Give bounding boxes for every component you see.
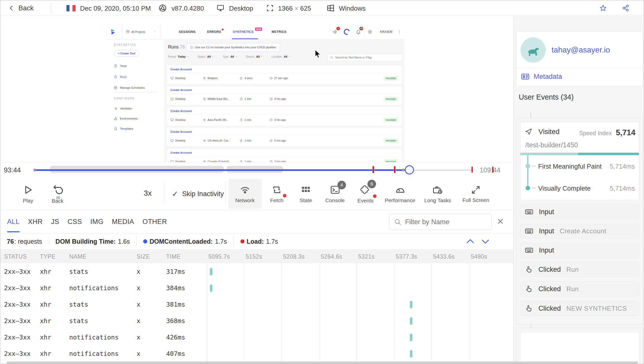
full-screen-button[interactable]: Full Screen — [457, 180, 495, 208]
browser-chrome-icon — [159, 4, 167, 12]
tab-xhr[interactable]: XHR — [28, 211, 43, 232]
tab-sessions[interactable]: SESSIONS — [179, 25, 195, 39]
run-card[interactable]: Create Account Desktop Middle East (Ba..… — [167, 86, 402, 105]
col-time[interactable]: TIME — [166, 253, 181, 260]
tab-media[interactable]: MEDIA — [112, 211, 134, 232]
speed-index-bar — [520, 153, 639, 155]
replayed-app-frame: All Projects SESSIONS ERRORS SYNTHETICSN… — [106, 24, 404, 162]
tab-img[interactable]: IMG — [90, 211, 104, 232]
run-card[interactable]: Create Account Desktop Asia Pacific (M..… — [167, 107, 402, 126]
tab-css[interactable]: CSS — [68, 211, 82, 232]
state-panel-button[interactable]: State — [293, 180, 318, 208]
network-panel-button[interactable]: Network — [228, 179, 262, 209]
share-icon[interactable] — [622, 4, 630, 12]
filter-status[interactable]: StatusAll — [197, 55, 214, 58]
replayed-app-header: All Projects SESSIONS ERRORS SYNTHETICSN… — [106, 24, 404, 39]
run-name-link[interactable]: Create Account — [167, 86, 402, 92]
request-row[interactable]: 2xx–3xxxhrnotificationsx384ms — [0, 280, 513, 296]
jump-up-icon[interactable] — [465, 236, 476, 247]
user-menu[interactable]: KRAIEM — [376, 24, 397, 39]
tab-metrics[interactable]: METRICS — [272, 25, 286, 39]
tab-other[interactable]: OTHER — [142, 211, 167, 232]
back-10s-button[interactable]: 10 Back — [48, 180, 67, 208]
playhead-handle[interactable] — [405, 165, 414, 174]
run-name-link[interactable]: Create Account — [167, 65, 402, 71]
speed-toggle[interactable]: 3x — [144, 189, 152, 197]
network-table-header: STATUS TYPE NAME SIZE TIME 5095.7s 5152s… — [0, 249, 513, 263]
create-test-button[interactable]: + Create Test — [114, 50, 139, 57]
run-card[interactable]: Create Account Desktop Belgium 4 secs 27… — [167, 65, 402, 84]
pointer-hand-icon — [525, 285, 533, 293]
col-size[interactable]: SIZE — [137, 253, 150, 260]
notifications-button[interactable]: 33 — [353, 24, 364, 39]
performance-panel-button[interactable]: Performance — [381, 180, 419, 208]
settings-button[interactable] — [364, 24, 376, 39]
tab-synthetics[interactable]: SYNTHETICSNEW — [233, 25, 254, 39]
player-timeline[interactable]: 93:44 109:44 — [0, 162, 513, 178]
console-panel-button[interactable]: Console 4 — [320, 180, 350, 208]
filter-device[interactable]: DeviceAll — [246, 55, 263, 58]
runs-search-input[interactable] — [335, 56, 398, 59]
runs-search[interactable] — [327, 54, 403, 61]
kebab-menu[interactable]: ⋮ — [397, 30, 404, 34]
jump-down-icon[interactable] — [480, 236, 491, 247]
run-card[interactable]: Create Account Desktop Canada (Central) … — [167, 149, 402, 162]
tab-all[interactable]: ALL — [7, 211, 20, 232]
search-icon — [394, 218, 402, 226]
tab-errors[interactable]: ERRORS — [207, 25, 221, 39]
event-input[interactable]: InputCreate Account — [520, 224, 639, 238]
fetch-panel-button[interactable]: Fetch — [264, 180, 289, 208]
sidebar-item-tests[interactable]: Tests — [114, 64, 127, 68]
cli-link[interactable]: CLI — [206, 46, 210, 49]
sidebar-item-manage-schedules[interactable]: Manage Schedules — [114, 86, 145, 89]
project-selector[interactable]: All Projects — [122, 24, 161, 39]
request-row[interactable]: 2xx–3xxxhrnotificationsx426ms — [0, 329, 513, 346]
run-name-link[interactable]: Create Account — [167, 107, 402, 112]
filter-input[interactable] — [405, 218, 481, 226]
filter-box[interactable] — [389, 214, 492, 230]
tab-js[interactable]: JS — [51, 211, 59, 232]
request-row[interactable]: 2xx–3xxxhrstatsx317ms — [0, 263, 513, 280]
announcements-button[interactable]: 1 — [329, 24, 341, 39]
play-button[interactable]: Play — [19, 180, 37, 208]
metadata-button[interactable]: Metadata — [521, 72, 562, 81]
favorite-star-icon[interactable] — [599, 4, 607, 12]
event-clicked[interactable]: ClickedNEW SYNTHETICS — [520, 301, 639, 316]
filter-type[interactable]: TypeAll — [223, 55, 237, 58]
request-row[interactable]: 2xx–3xxxhrnotificationsx407ms — [0, 346, 513, 362]
col-t3: 5264.6s — [321, 253, 342, 260]
event-input[interactable]: Input — [520, 243, 639, 258]
app-nav-tabs: SESSIONS ERRORS SYNTHETICSNEW METRICS — [179, 25, 286, 39]
run-name-link[interactable]: Create Account — [167, 149, 402, 154]
event-clicked[interactable]: ClickedRun — [520, 282, 639, 296]
request-row[interactable]: 2xx–3xxxhrstatsx368ms — [0, 313, 513, 329]
visited-event-card[interactable]: Visited Speed Index 5,714 /test-builder/… — [520, 122, 639, 200]
request-row[interactable]: 2xx–3xxxhrstatsx381ms — [0, 296, 513, 313]
sidebar-item-environments[interactable]: Environments — [114, 117, 138, 120]
event-clicked[interactable]: ClickedRun — [520, 262, 639, 277]
run-status-badge: PASSED — [384, 138, 398, 143]
events-panel-button[interactable]: Events 6 — [351, 180, 380, 208]
col-status[interactable]: STATUS — [4, 253, 27, 260]
run-card[interactable]: Create Account Desktop US West (N. Cal..… — [167, 128, 402, 147]
run-time-ago: 3 hrs ago — [269, 139, 384, 142]
run-status-badge: PASSED — [384, 118, 398, 122]
filter-period[interactable]: PeriodToday — [168, 55, 189, 58]
sidebar-item-runs[interactable]: Runs — [114, 75, 127, 79]
long-tasks-panel-button[interactable]: Long Tasks — [420, 180, 455, 208]
events-badge: 6 — [367, 180, 376, 188]
event-input[interactable]: Input — [520, 204, 639, 219]
run-name-link[interactable]: Create Account — [167, 128, 402, 133]
back-button[interactable]: Back — [18, 4, 34, 12]
user-email[interactable]: tahay@asayer.io — [552, 46, 610, 55]
col-type[interactable]: TYPE — [40, 253, 56, 260]
col-t6: 5433.6s — [433, 253, 455, 260]
horizontal-scrollbar[interactable] — [7, 361, 638, 364]
runs-filters: PeriodToday StatusAll TypeAll DeviceAll … — [168, 55, 291, 58]
sidebar-item-templates[interactable]: Templates — [114, 127, 133, 130]
close-panel-icon[interactable]: ✕ — [497, 216, 504, 226]
filter-location[interactable]: LocationAll — [271, 55, 291, 58]
col-name[interactable]: NAME — [69, 253, 86, 260]
skip-inactivity-toggle[interactable]: ✓ Skip Inactivity — [172, 178, 224, 210]
sidebar-item-variables[interactable]: Variables — [114, 107, 132, 110]
